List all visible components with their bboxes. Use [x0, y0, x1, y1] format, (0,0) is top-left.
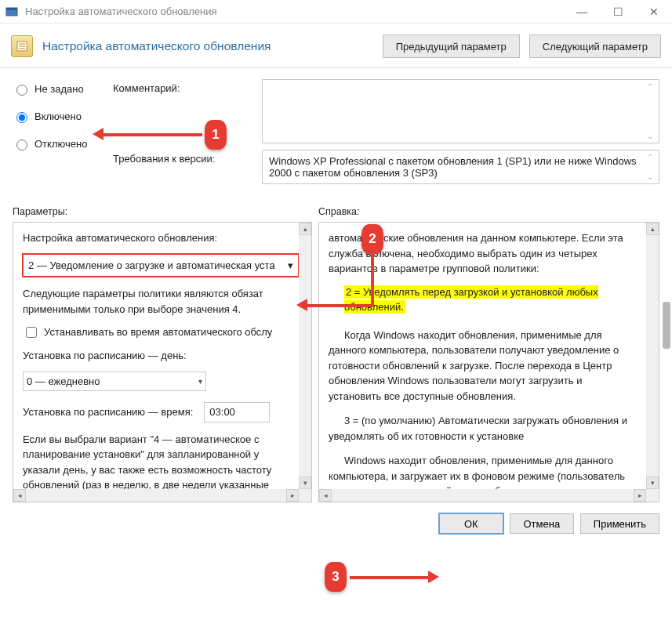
window-title: Настройка автоматического обновления [25, 5, 564, 17]
radio-enabled-input[interactable] [16, 112, 27, 123]
options-heading: Настройка автоматического обновления: [23, 230, 289, 246]
options-footnote: Если вы выбрали вариант "4 — автоматичес… [23, 432, 289, 490]
scroll-down-icon[interactable]: ▾ [299, 477, 311, 489]
scrollbar[interactable]: ⌃⌄ [644, 82, 656, 140]
radio-disabled[interactable]: Отключено [13, 137, 105, 150]
next-parameter-button[interactable]: Следующий параметр [529, 34, 661, 58]
help-label: Справка: [318, 206, 360, 217]
scheduled-day-label: Установка по расписанию — день: [23, 348, 289, 364]
radio-disabled-input[interactable] [16, 140, 27, 150]
minimize-button[interactable]: — [564, 0, 600, 24]
scroll-right-icon[interactable]: ▸ [634, 489, 646, 502]
radio-enabled-label: Включено [35, 111, 82, 122]
help-p1: автоматические обновления на данном комп… [329, 230, 637, 277]
update-mode-select[interactable]: 2 — Уведомление о загрузке и автоматичес… [23, 254, 299, 277]
comment-textbox[interactable]: ⌃⌄ [262, 79, 659, 143]
requirements-label: Требования к версии: [113, 150, 254, 184]
page-title: Настройка автоматического обновления [42, 39, 373, 53]
scroll-left-icon[interactable]: ◂ [319, 489, 332, 502]
vertical-scrollbar[interactable]: ▴ ▾ [299, 223, 311, 489]
annotation-badge-3: 3 [325, 562, 347, 592]
svg-rect-1 [6, 8, 17, 10]
radio-not-configured-input[interactable] [16, 85, 27, 96]
options-note: Следующие параметры политики являются об… [23, 286, 289, 317]
annotation-arrow-3 [350, 576, 428, 579]
help-p3: 3 = (по умолчанию) Автоматически загружа… [329, 413, 637, 444]
dialog-footer: ОК Отмена Применить [0, 502, 672, 542]
section-labels: Параметры: Справка: [0, 200, 672, 222]
scroll-left-icon[interactable]: ◂ [13, 489, 26, 502]
scroll-up-icon[interactable]: ▴ [299, 223, 311, 235]
cancel-button[interactable]: Отмена [510, 513, 574, 534]
radio-not-configured[interactable]: Не задано [13, 82, 105, 96]
scheduled-time-value: 03:00 [209, 406, 235, 418]
scrollbar[interactable]: ⌃⌄ [644, 153, 656, 181]
comment-label: Комментарий: [113, 79, 254, 143]
horizontal-scrollbar[interactable]: ◂ ▸ [319, 489, 646, 502]
divider [0, 67, 672, 68]
scheduled-day-select[interactable]: 0 — ежедневно ▾ [23, 372, 206, 392]
scheduled-day-value: 0 — ежедневно [27, 374, 100, 390]
scroll-up-icon[interactable]: ▴ [646, 223, 659, 235]
outer-scrollbar-thumb[interactable] [663, 302, 670, 349]
close-button[interactable]: ✕ [636, 0, 672, 24]
resize-grip [646, 489, 659, 502]
radio-disabled-label: Отключено [35, 138, 87, 150]
maximize-button[interactable]: ☐ [600, 0, 636, 24]
apply-button[interactable]: Применить [580, 513, 659, 534]
chevron-down-icon: ▾ [288, 258, 293, 274]
radio-not-configured-label: Не задано [35, 83, 84, 95]
help-highlight: 2 = Уведомлять перед загрузкой и установ… [344, 285, 598, 314]
install-during-maintenance-checkbox[interactable]: Устанавливать во время автоматического о… [23, 325, 289, 340]
app-icon [5, 5, 19, 19]
help-panel: автоматические обновления на данном комп… [318, 222, 659, 502]
resize-grip [299, 489, 311, 502]
scheduled-time-label: Установка по расписанию — время: [23, 404, 193, 420]
help-p2: Когда Windows находит обновления, примен… [329, 328, 637, 404]
horizontal-scrollbar[interactable]: ◂ ▸ [13, 489, 299, 502]
chevron-down-icon: ▾ [198, 375, 202, 387]
vertical-scrollbar[interactable]: ▴ ▾ [646, 223, 659, 489]
header: Настройка автоматического обновления Пре… [0, 24, 672, 67]
policy-icon [11, 35, 33, 57]
scroll-right-icon[interactable]: ▸ [286, 489, 299, 502]
options-panel: Настройка автоматического обновления: 2 … [13, 222, 312, 502]
titlebar: Настройка автоматического обновления — ☐… [0, 0, 672, 24]
radio-enabled[interactable]: Включено [13, 110, 105, 123]
scroll-down-icon[interactable]: ▾ [646, 477, 659, 489]
update-mode-value: 2 — Уведомление о загрузке и автоматичес… [28, 258, 275, 274]
requirements-textbox[interactable]: Windows XP Professional с пакетом обновл… [262, 150, 659, 184]
parameters-label: Параметры: [13, 206, 311, 217]
ok-button[interactable]: ОК [439, 513, 503, 534]
install-during-maintenance-input[interactable] [26, 327, 37, 338]
content-columns: Настройка автоматического обновления: 2 … [0, 222, 672, 502]
previous-parameter-button[interactable]: Предыдущий параметр [383, 34, 520, 58]
upper-settings: Не задано Включено Отключено Комментарий… [0, 76, 672, 200]
scheduled-time-input[interactable]: 03:00 [204, 402, 270, 422]
annotation-arrowhead-3 [428, 571, 439, 583]
install-during-maintenance-label: Устанавливать во время автоматического о… [44, 325, 272, 340]
help-p4: Windows находит обновления, применимые д… [329, 453, 637, 489]
requirements-value: Windows XP Professional с пакетом обновл… [269, 155, 637, 179]
